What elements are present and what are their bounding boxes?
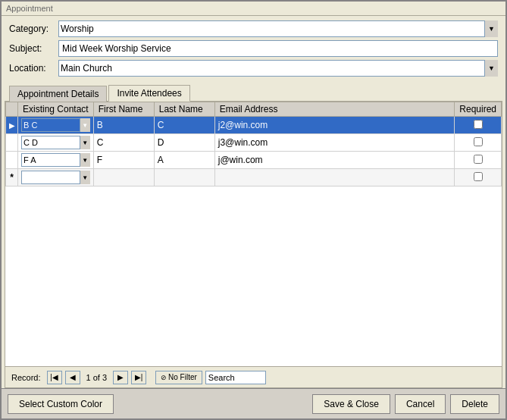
- last-name-cell-3: A: [154, 152, 214, 169]
- contact-select-1[interactable]: B C: [21, 118, 90, 132]
- row-indicator-2: [6, 134, 18, 152]
- required-cell-2: [455, 134, 502, 152]
- required-checkbox-3[interactable]: [474, 155, 483, 164]
- last-name-cell-2: D: [154, 134, 214, 152]
- required-checkbox-2[interactable]: [474, 137, 483, 146]
- location-select-wrapper: Main Church ▼: [58, 60, 498, 77]
- no-filter-button[interactable]: ⊘ No Filter: [155, 371, 202, 384]
- category-row: Category: Worship Church ▼: [9, 20, 498, 37]
- col-existing-contact: Existing Contact: [18, 102, 94, 117]
- record-label: Record:: [11, 373, 41, 382]
- required-cell-1: [455, 117, 502, 134]
- tab-appointment-details[interactable]: Appointment Details: [9, 86, 107, 102]
- new-contact-select-wrapper: ▼: [21, 171, 90, 184]
- action-buttons: Save & Close Cancel Delete: [312, 394, 499, 414]
- category-label: Category:: [9, 24, 58, 34]
- bottom-buttons: Select Custom Color Save & Close Cancel …: [2, 388, 505, 418]
- new-email-cell: [214, 169, 455, 186]
- attendees-table: Existing Contact First Name Last Name Em…: [5, 102, 502, 186]
- save-close-button[interactable]: Save & Close: [312, 394, 390, 414]
- contact-select-3[interactable]: F A: [21, 153, 90, 167]
- first-name-cell-1: B: [93, 117, 154, 134]
- first-name-cell-3: F: [93, 152, 154, 169]
- contact-select-wrapper-3: F A ▼: [21, 153, 90, 167]
- filter-section: ⊘ No Filter: [155, 371, 266, 384]
- contact-cell-2: C D ▼: [18, 134, 94, 152]
- nav-page-info: 1 of 3: [86, 373, 108, 382]
- email-cell-3: j@win.com: [214, 152, 455, 169]
- delete-button[interactable]: Delete: [450, 394, 499, 414]
- subject-input[interactable]: [58, 40, 498, 57]
- navigation-bar: Record: |◀ ◀ 1 of 3 ▶ ▶| ⊘ No Filter: [5, 366, 502, 387]
- tab-content: Existing Contact First Name Last Name Em…: [5, 101, 502, 388]
- new-required-cell: [455, 169, 502, 186]
- tabs-container: Appointment Details Invite Attendees: [2, 84, 505, 101]
- col-email: Email Address: [214, 102, 455, 117]
- category-select-wrapper: Worship Church ▼: [58, 20, 498, 37]
- table-header-row: Existing Contact First Name Last Name Em…: [6, 102, 502, 117]
- required-checkbox-1[interactable]: [474, 120, 483, 129]
- col-indicator: [6, 102, 18, 117]
- appointment-dialog: Appointment Category: Worship Church ▼ S…: [0, 0, 507, 420]
- new-row-indicator: *: [6, 169, 18, 186]
- new-last-name-cell: [154, 169, 214, 186]
- tab-invite-attendees[interactable]: Invite Attendees: [108, 85, 189, 102]
- table-row: C D ▼ C D: [6, 134, 502, 152]
- table-row: F A ▼ F A: [6, 152, 502, 169]
- contact-select-2[interactable]: C D: [21, 136, 90, 149]
- category-select[interactable]: Worship Church: [58, 20, 498, 37]
- new-table-row: * ▼: [6, 169, 502, 186]
- invite-attendees-panel: Existing Contact First Name Last Name Em…: [5, 102, 502, 387]
- nav-last-button[interactable]: ▶|: [131, 371, 146, 384]
- col-first-name: First Name: [93, 102, 154, 117]
- location-row: Location: Main Church ▼: [9, 60, 498, 77]
- subject-row: Subject:: [9, 40, 498, 57]
- select-custom-color-button[interactable]: Select Custom Color: [8, 394, 114, 414]
- new-contact-cell: ▼: [18, 169, 94, 186]
- dialog-title-text: Appointment: [6, 4, 53, 13]
- contact-select-wrapper-2: C D ▼: [21, 136, 90, 149]
- table-row: ▶ B C ▼ B: [6, 117, 502, 134]
- required-cell-3: [455, 152, 502, 169]
- dialog-title: Appointment: [2, 2, 505, 16]
- last-name-cell-1: C: [154, 117, 214, 134]
- email-cell-2: j3@win.com: [214, 134, 455, 152]
- no-filter-label: No Filter: [168, 373, 197, 381]
- subject-label: Subject:: [9, 43, 58, 54]
- nav-first-button[interactable]: |◀: [47, 371, 62, 384]
- nav-prev-button[interactable]: ◀: [65, 371, 80, 384]
- location-label: Location:: [9, 63, 58, 74]
- form-section: Category: Worship Church ▼ Subject: Loca…: [2, 16, 505, 84]
- new-first-name-cell: [93, 169, 154, 186]
- first-name-cell-2: C: [93, 134, 154, 152]
- new-contact-select[interactable]: [21, 171, 90, 184]
- contact-cell-3: F A ▼: [18, 152, 94, 169]
- location-select[interactable]: Main Church: [58, 60, 498, 77]
- row-indicator-1: ▶: [6, 117, 18, 134]
- no-filter-icon: ⊘: [161, 374, 167, 381]
- contact-select-wrapper-1: B C ▼: [21, 118, 90, 132]
- col-required: Required: [455, 102, 502, 117]
- nav-next-button[interactable]: ▶: [113, 371, 128, 384]
- email-cell-1: j2@win.com: [214, 117, 455, 134]
- cancel-button[interactable]: Cancel: [395, 394, 446, 414]
- row-indicator-3: [6, 152, 18, 169]
- contact-cell-1: B C ▼: [18, 117, 94, 134]
- new-required-checkbox[interactable]: [474, 172, 483, 181]
- attendees-table-wrapper: Existing Contact First Name Last Name Em…: [5, 102, 502, 366]
- col-last-name: Last Name: [154, 102, 214, 117]
- search-input[interactable]: [205, 371, 266, 384]
